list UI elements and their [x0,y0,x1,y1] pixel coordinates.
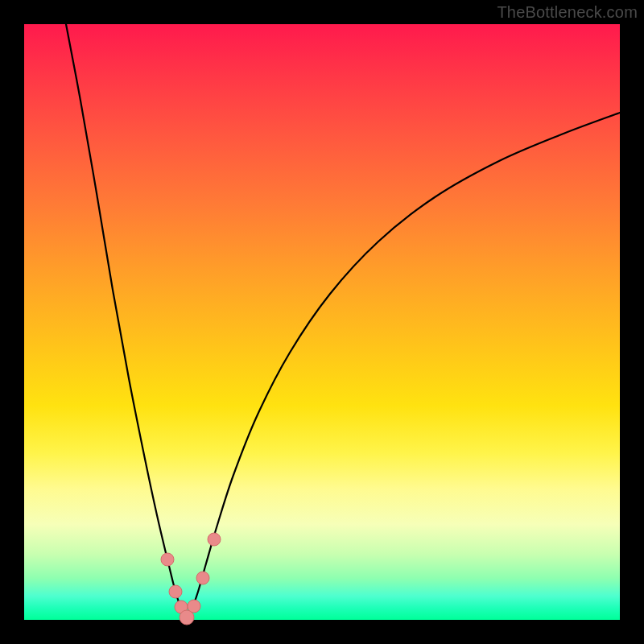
marker-dot [196,572,209,584]
bottleneck-curve [66,24,620,617]
marker-dot [161,553,174,566]
marker-dot [188,600,200,613]
marker-dot [169,585,182,598]
plot-area [24,24,620,620]
chart-svg [24,24,620,620]
watermark-text: TheBottleneck.com [497,3,638,22]
marker-dot [208,533,221,546]
